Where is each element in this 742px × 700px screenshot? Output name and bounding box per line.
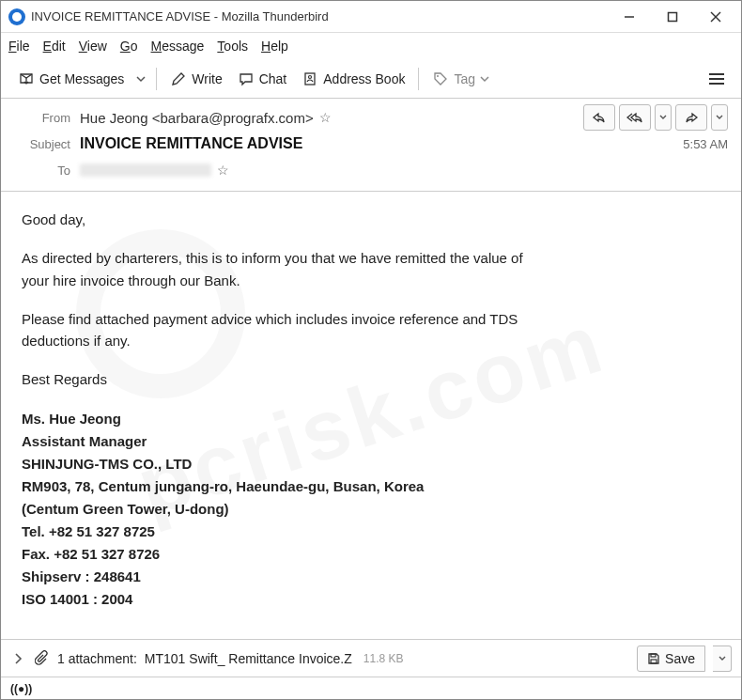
save-attachment-button[interactable]: Save	[637, 646, 705, 672]
save-icon	[647, 652, 660, 665]
chat-icon	[238, 70, 255, 87]
statusbar: ((●))	[1, 677, 741, 699]
address-book-button[interactable]: Address Book	[294, 65, 412, 93]
write-button[interactable]: Write	[162, 65, 229, 93]
app-icon	[8, 8, 25, 25]
sig-address: RM903, 78, Centum jungang-ro, Haeundae-g…	[22, 475, 720, 498]
get-messages-button[interactable]: Get Messages	[10, 65, 131, 93]
attachment-filename[interactable]: MT101 Swift_ Remittance Invoice.Z	[145, 651, 352, 666]
subject-label: Subject	[14, 137, 70, 151]
chat-button[interactable]: Chat	[230, 65, 295, 93]
chevron-down-icon	[136, 74, 146, 84]
body-p1: As directed by charterers, this is to in…	[22, 247, 548, 291]
svg-rect-8	[651, 660, 657, 663]
message-header: From Hue Jeong <barbara@prografx.com> ☆	[1, 99, 741, 192]
titlebar: INVOICE REMITTANCE ADVISE - Mozilla Thun…	[1, 1, 741, 33]
chevron-down-icon	[480, 74, 489, 84]
sig-iso: ISO 14001 : 2004	[22, 588, 720, 611]
menubar: File Edit View Go Message Tools Help	[1, 33, 741, 59]
pencil-icon	[170, 70, 187, 87]
chevron-right-icon	[14, 653, 23, 664]
svg-rect-1	[669, 12, 677, 21]
attachment-bar: 1 attachment: MT101 Swift_ Remittance In…	[1, 639, 741, 677]
app-window: INVOICE REMITTANCE ADVISE - Mozilla Thun…	[0, 0, 742, 700]
maximize-icon	[667, 11, 678, 23]
get-messages-dropdown[interactable]	[131, 65, 150, 93]
toolbar: Get Messages Write Chat Address Book	[1, 59, 741, 99]
minimize-button[interactable]	[608, 2, 651, 32]
chevron-down-icon	[659, 114, 667, 121]
message-time: 5:53 AM	[683, 137, 728, 151]
maximize-button[interactable]	[651, 2, 694, 32]
subject-value: INVOICE REMITTANCE ADVISE	[80, 135, 302, 152]
sig-fax: Fax. +82 51 327 8726	[22, 543, 720, 566]
reply-button[interactable]	[583, 104, 615, 131]
from-star-button[interactable]: ☆	[319, 110, 332, 125]
paperclip-icon	[35, 650, 50, 667]
hamburger-icon	[709, 78, 724, 80]
svg-rect-7	[651, 654, 656, 657]
tag-icon	[432, 70, 449, 87]
app-menu-button[interactable]	[702, 65, 732, 93]
reply-dropdown[interactable]	[655, 104, 672, 131]
menu-help[interactable]: Help	[261, 39, 288, 54]
toolbar-divider	[418, 68, 419, 90]
attachment-count: 1 attachment:	[57, 651, 137, 666]
reply-all-icon	[626, 111, 643, 124]
header-actions	[583, 104, 728, 131]
write-label: Write	[192, 71, 222, 86]
menu-view[interactable]: View	[79, 39, 107, 54]
sig-tel: Tel. +82 51 327 8725	[22, 521, 720, 543]
close-icon	[710, 11, 721, 23]
more-actions-dropdown[interactable]	[711, 104, 728, 131]
address-book-icon	[301, 70, 318, 87]
menu-message[interactable]: Message	[151, 39, 205, 54]
body-greeting: Good day,	[22, 209, 720, 230]
close-button[interactable]	[694, 2, 737, 32]
download-icon	[18, 70, 35, 87]
chat-label: Chat	[259, 71, 287, 86]
menu-go[interactable]: Go	[120, 39, 138, 54]
sig-company: SHINJUNG-TMS CO., LTD	[22, 453, 720, 475]
reply-icon	[592, 111, 607, 124]
from-value[interactable]: Hue Jeong <barbara@prografx.com>	[80, 110, 314, 126]
chevron-down-icon	[719, 655, 726, 662]
forward-button[interactable]	[675, 104, 707, 131]
menu-tools[interactable]: Tools	[217, 39, 248, 54]
connection-icon[interactable]: ((●))	[10, 682, 32, 695]
body-p2: Please find attached payment advice whic…	[22, 308, 566, 352]
signature: Ms. Hue Jeong Assistant Manager SHINJUNG…	[22, 408, 720, 611]
address-book-label: Address Book	[323, 71, 405, 86]
sig-address2: (Centum Green Tower, U-dong)	[22, 498, 720, 521]
get-messages-label: Get Messages	[39, 71, 124, 86]
attachment-toggle[interactable]	[10, 653, 27, 664]
forward-icon	[684, 111, 699, 124]
save-label: Save	[665, 651, 695, 666]
chevron-down-icon	[716, 114, 723, 121]
to-star-button[interactable]: ☆	[217, 163, 229, 178]
attachment-size: 11.8 KB	[363, 652, 404, 665]
message-body: pcrisk.com Good day, As directed by char…	[1, 192, 741, 639]
tag-button[interactable]: Tag	[425, 65, 497, 93]
svg-point-6	[437, 75, 439, 77]
tag-label: Tag	[454, 71, 475, 86]
svg-point-5	[309, 75, 312, 78]
to-label: To	[14, 163, 70, 178]
menu-file[interactable]: File	[8, 39, 30, 54]
reply-all-button[interactable]	[619, 104, 651, 131]
minimize-icon	[624, 11, 635, 23]
window-title: INVOICE REMITTANCE ADVISE - Mozilla Thun…	[31, 9, 608, 23]
toolbar-divider	[156, 68, 157, 90]
to-value-redacted	[80, 163, 211, 177]
body-closing: Best Regards	[22, 368, 720, 390]
save-dropdown[interactable]	[713, 646, 732, 672]
sig-name: Ms. Hue Jeong	[22, 408, 720, 430]
sig-shipserv: Shipserv : 248641	[22, 566, 720, 588]
from-label: From	[14, 111, 70, 125]
sig-title: Assistant Manager	[22, 430, 720, 453]
menu-edit[interactable]: Edit	[43, 39, 66, 54]
